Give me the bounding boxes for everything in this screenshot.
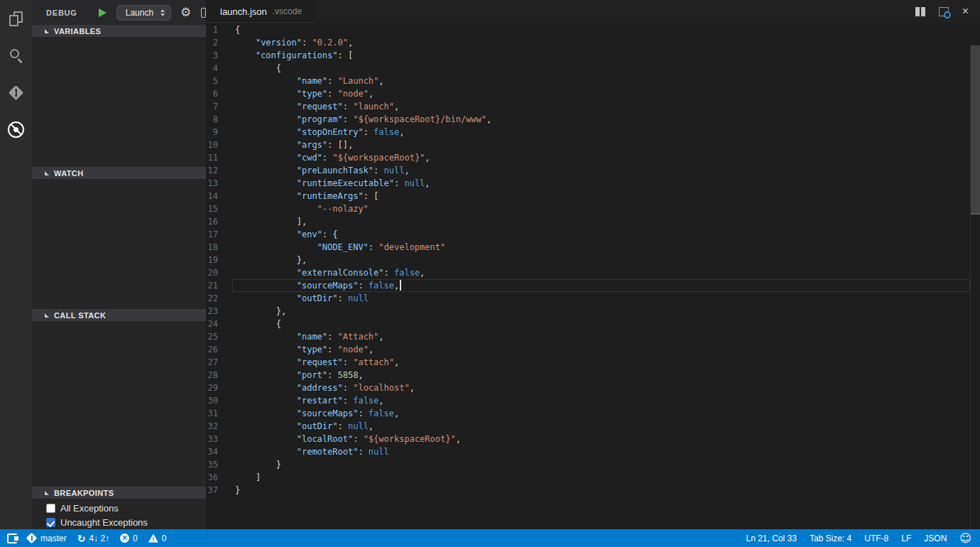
- line-number[interactable]: 8: [206, 113, 235, 126]
- code-line[interactable]: 27 "request": "attach",: [206, 356, 980, 369]
- line-number[interactable]: 25: [206, 330, 235, 343]
- line-number[interactable]: 37: [206, 484, 235, 497]
- code-line[interactable]: 36 ]: [206, 471, 980, 484]
- section-header-callstack[interactable]: CALL STACK: [32, 309, 206, 321]
- tab-size-item[interactable]: Tab Size: 4: [810, 529, 851, 547]
- line-number[interactable]: 1: [206, 23, 235, 36]
- line-number[interactable]: 21: [206, 279, 235, 292]
- line-number[interactable]: 12: [206, 164, 235, 177]
- open-preview-icon[interactable]: [939, 7, 949, 16]
- code-line[interactable]: 3 "configurations": [: [206, 49, 980, 62]
- line-number[interactable]: 4: [206, 62, 235, 75]
- line-number[interactable]: 20: [206, 266, 235, 279]
- line-number[interactable]: 23: [206, 305, 235, 318]
- code-line[interactable]: 29 "address": "localhost",: [206, 381, 980, 394]
- code-line[interactable]: 23 },: [206, 305, 980, 318]
- encoding-item[interactable]: UTF-8: [864, 529, 888, 547]
- line-number[interactable]: 18: [206, 241, 235, 254]
- breakpoint-row[interactable]: All Exceptions: [32, 501, 206, 515]
- start-debug-button[interactable]: [99, 9, 107, 17]
- code-line[interactable]: 37}: [206, 484, 980, 497]
- code-line[interactable]: 28 "port": 5858,: [206, 369, 980, 381]
- git-sync-item[interactable]: ↻ 4↓ 2↑: [77, 529, 109, 547]
- line-number[interactable]: 10: [206, 139, 235, 151]
- checked-checkbox[interactable]: [46, 518, 55, 527]
- line-number[interactable]: 33: [206, 433, 235, 445]
- code-line[interactable]: 8 "program": "${workspaceRoot}/bin/www",: [206, 113, 980, 126]
- code-line[interactable]: 15 "--nolazy": [206, 202, 980, 215]
- code-line[interactable]: 12 "preLaunchTask": null,: [206, 164, 980, 177]
- feedback-smiley-icon[interactable]: ☺: [959, 529, 971, 547]
- code-line[interactable]: 13 "runtimeExecutable": null,: [206, 177, 980, 190]
- eol-item[interactable]: LF: [901, 529, 911, 547]
- line-number[interactable]: 19: [206, 254, 235, 266]
- section-header-watch[interactable]: WATCH: [32, 167, 206, 179]
- line-number[interactable]: 14: [206, 190, 235, 202]
- code-line[interactable]: 20 "externalConsole": false,: [206, 266, 980, 279]
- code-line[interactable]: 24 {: [206, 318, 980, 330]
- breakpoint-row[interactable]: Uncaught Exceptions: [32, 515, 206, 529]
- code-line[interactable]: 22 "outDir": null: [206, 292, 980, 305]
- code-line[interactable]: 5 "name": "Launch",: [206, 75, 980, 87]
- code-line[interactable]: 16 ],: [206, 215, 980, 228]
- split-editor-icon[interactable]: [915, 7, 925, 16]
- activity-explorer[interactable]: [0, 0, 32, 37]
- unchecked-checkbox[interactable]: [46, 504, 55, 513]
- code-line[interactable]: 7 "request": "launch",: [206, 100, 980, 113]
- activity-debug[interactable]: [0, 111, 32, 148]
- line-number[interactable]: 11: [206, 151, 235, 164]
- line-number[interactable]: 16: [206, 215, 235, 228]
- line-number[interactable]: 34: [206, 445, 235, 458]
- code-line[interactable]: 2 "version": "0.2.0",: [206, 36, 980, 49]
- code-line[interactable]: 1{: [206, 23, 980, 36]
- code-line[interactable]: 25 "name": "Attach",: [206, 330, 980, 343]
- code-line[interactable]: 19 },: [206, 254, 980, 266]
- code-line[interactable]: 21 "sourceMaps": false,: [206, 279, 980, 292]
- line-number[interactable]: 6: [206, 87, 235, 100]
- debug-config-dropdown[interactable]: Launch: [116, 5, 171, 21]
- status-frame-item[interactable]: [7, 529, 17, 547]
- code-line[interactable]: 31 "sourceMaps": false,: [206, 407, 980, 420]
- line-number[interactable]: 26: [206, 343, 235, 356]
- debug-console-button[interactable]: [201, 8, 206, 18]
- line-number[interactable]: 27: [206, 356, 235, 369]
- code-line[interactable]: 34 "remoteRoot": null: [206, 445, 980, 458]
- line-number[interactable]: 5: [206, 75, 235, 87]
- line-number[interactable]: 2: [206, 36, 235, 49]
- line-number[interactable]: 15: [206, 202, 235, 215]
- code-line[interactable]: 26 "type": "node",: [206, 343, 980, 356]
- code-line[interactable]: 33 "localRoot": "${workspaceRoot}",: [206, 433, 980, 445]
- code-line[interactable]: 30 "restart": false,: [206, 394, 980, 407]
- code-line[interactable]: 17 "env": {: [206, 228, 980, 241]
- line-number[interactable]: 28: [206, 369, 235, 381]
- code-line[interactable]: 11 "cwd": "${workspaceRoot}",: [206, 151, 980, 164]
- git-branch-item[interactable]: master: [28, 529, 67, 547]
- line-number[interactable]: 13: [206, 177, 235, 190]
- line-number[interactable]: 36: [206, 471, 235, 484]
- close-icon[interactable]: ×: [962, 6, 969, 17]
- editor-scrollbar-track[interactable]: [970, 45, 980, 529]
- line-number[interactable]: 32: [206, 420, 235, 433]
- code-line[interactable]: 35 }: [206, 458, 980, 471]
- code-line[interactable]: 4 {: [206, 62, 980, 75]
- section-header-variables[interactable]: VARIABLES: [32, 25, 206, 37]
- activity-search[interactable]: [0, 37, 32, 74]
- warnings-item[interactable]: 0: [148, 529, 167, 547]
- line-number[interactable]: 22: [206, 292, 235, 305]
- tab-launch-json[interactable]: launch.json .vscode: [206, 0, 316, 23]
- line-number[interactable]: 29: [206, 381, 235, 394]
- code-line[interactable]: 14 "runtimeArgs": [: [206, 190, 980, 202]
- line-number[interactable]: 17: [206, 228, 235, 241]
- code-line[interactable]: 9 "stopOnEntry": false,: [206, 126, 980, 139]
- line-number[interactable]: 30: [206, 394, 235, 407]
- language-mode-item[interactable]: JSON: [924, 529, 947, 547]
- activity-source-control[interactable]: [0, 74, 32, 111]
- editor-scrollbar-thumb[interactable]: [971, 45, 980, 215]
- code-line[interactable]: 10 "args": [],: [206, 139, 980, 151]
- section-header-breakpoints[interactable]: BREAKPOINTS: [32, 487, 206, 499]
- configure-gear-button[interactable]: ⚙: [180, 6, 191, 18]
- line-number[interactable]: 3: [206, 49, 235, 62]
- cursor-position-item[interactable]: Ln 21, Col 33: [746, 529, 797, 547]
- code-line[interactable]: 18 "NODE_ENV": "development": [206, 241, 980, 254]
- code-line[interactable]: 32 "outDir": null,: [206, 420, 980, 433]
